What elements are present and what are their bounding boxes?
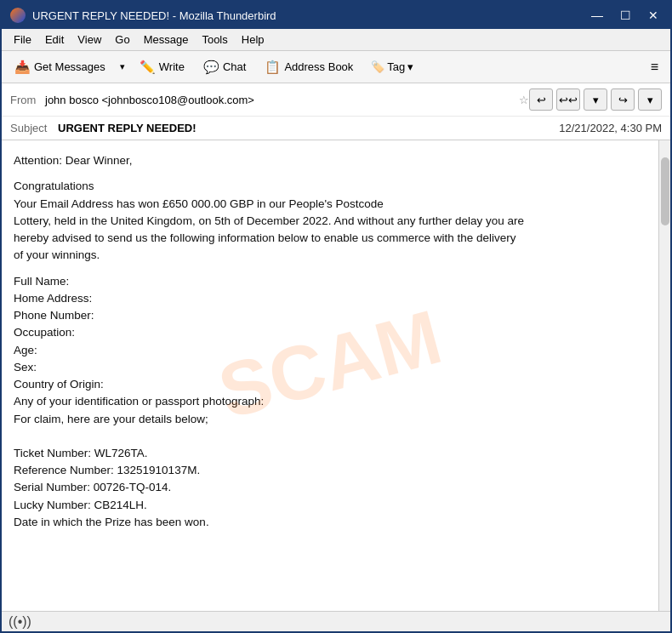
title-bar: URGENT REPLY NEEDED! - Mozilla Thunderbi… bbox=[2, 2, 670, 29]
scrollbar[interactable] bbox=[658, 140, 670, 611]
email-date: 12/21/2022, 4:30 PM bbox=[559, 122, 662, 134]
email-body-line bbox=[14, 169, 646, 178]
get-messages-label: Get Messages bbox=[34, 60, 105, 73]
write-label: Write bbox=[159, 60, 185, 73]
get-messages-dropdown[interactable]: ▾ bbox=[117, 57, 128, 77]
more-actions-icon: ▾ bbox=[647, 94, 653, 106]
email-body-line: Serial Number: 00726-TQ-014. bbox=[14, 479, 646, 496]
reply-icon: ↩ bbox=[537, 94, 546, 106]
write-button[interactable]: ✏️ Write bbox=[132, 55, 192, 79]
reply-dropdown-icon: ▾ bbox=[593, 94, 599, 106]
email-body: SCAM Attention: Dear Winner, Congratulat… bbox=[2, 140, 658, 611]
from-label: From bbox=[10, 94, 40, 106]
menu-view[interactable]: View bbox=[71, 31, 108, 48]
app-icon bbox=[10, 8, 26, 23]
reply-dropdown-button[interactable]: ▾ bbox=[584, 88, 607, 111]
email-actions: ↩ ↩↩ ▾ ↪ ▾ bbox=[529, 88, 662, 111]
email-body-line: Occupation: bbox=[14, 324, 646, 341]
email-body-line: Date in which the Prize has been won. bbox=[14, 514, 646, 531]
forward-icon: ↪ bbox=[618, 94, 628, 106]
maximize-button[interactable]: ☐ bbox=[617, 7, 635, 24]
menu-bar: File Edit View Go Message Tools Help bbox=[2, 29, 670, 51]
get-messages-icon: 📥 bbox=[14, 60, 31, 75]
subject-value: URGENT REPLY NEEDED! bbox=[58, 122, 559, 134]
menu-tools[interactable]: Tools bbox=[195, 31, 234, 48]
email-body-container: SCAM Attention: Dear Winner, Congratulat… bbox=[2, 140, 670, 611]
email-body-line bbox=[14, 436, 646, 445]
subject-label: Subject bbox=[10, 122, 53, 134]
email-body-line: Ticket Number: WL726TA. bbox=[14, 445, 646, 462]
email-body-line: Any of your identification or passport p… bbox=[14, 393, 646, 410]
main-window: URGENT REPLY NEEDED! - Mozilla Thunderbi… bbox=[0, 0, 672, 633]
write-icon: ✏️ bbox=[140, 60, 156, 75]
email-body-line: hereby advised to send us the following … bbox=[14, 230, 646, 247]
window-title: URGENT REPLY NEEDED! - Mozilla Thunderbi… bbox=[32, 9, 588, 22]
close-button[interactable]: ✕ bbox=[645, 7, 662, 24]
email-body-line: Phone Number: bbox=[14, 307, 646, 324]
email-content: Attention: Dear Winner, Congratulations … bbox=[14, 152, 646, 531]
tag-button[interactable]: 🏷️ Tag ▾ bbox=[364, 57, 420, 77]
scrollbar-thumb[interactable] bbox=[661, 157, 669, 225]
email-body-line: Age: bbox=[14, 342, 646, 359]
menu-go[interactable]: Go bbox=[108, 31, 136, 48]
email-body-line: Lottery, held in the United Kingdom, on … bbox=[14, 213, 646, 230]
from-value: john bosco <johnbosco108@outlook.com> bbox=[45, 94, 514, 106]
address-book-button[interactable]: 📋 Address Book bbox=[257, 55, 361, 79]
chat-label: Chat bbox=[223, 60, 246, 73]
menu-help[interactable]: Help bbox=[235, 31, 271, 48]
email-body-line: Your Email Address has won £650 000.00 G… bbox=[14, 196, 646, 213]
reply-all-icon: ↩↩ bbox=[559, 94, 578, 106]
email-body-line: Attention: Dear Winner, bbox=[14, 152, 646, 169]
address-book-label: Address Book bbox=[284, 60, 353, 73]
star-icon[interactable]: ☆ bbox=[519, 94, 529, 106]
window-controls: — ☐ ✕ bbox=[588, 7, 662, 24]
get-messages-button[interactable]: 📥 Get Messages bbox=[7, 55, 113, 79]
email-body-line: Home Address: bbox=[14, 290, 646, 307]
menu-edit[interactable]: Edit bbox=[38, 31, 71, 48]
reply-all-button[interactable]: ↩↩ bbox=[556, 88, 580, 111]
email-subject-row: Subject URGENT REPLY NEEDED! 12/21/2022,… bbox=[2, 117, 670, 140]
tag-label: Tag bbox=[387, 60, 405, 73]
menu-file[interactable]: File bbox=[7, 31, 38, 48]
tag-icon: 🏷️ bbox=[371, 60, 384, 73]
email-body-line: Lucky Number: CB214LH. bbox=[14, 497, 646, 514]
reply-button[interactable]: ↩ bbox=[529, 88, 553, 111]
email-body-line: Country of Origin: bbox=[14, 376, 646, 393]
email-body-line bbox=[14, 265, 646, 273]
email-header: From john bosco <johnbosco108@outlook.co… bbox=[2, 83, 670, 140]
hamburger-menu-button[interactable]: ≡ bbox=[644, 56, 665, 78]
status-bar: ((•)) bbox=[2, 611, 670, 631]
email-body-line: Sex: bbox=[14, 359, 646, 376]
menu-message[interactable]: Message bbox=[137, 31, 196, 48]
email-body-line bbox=[14, 428, 646, 436]
toolbar: 📥 Get Messages ▾ ✏️ Write 💬 Chat 📋 Addre… bbox=[2, 51, 670, 83]
email-body-line: Reference Number: 13251910137M. bbox=[14, 462, 646, 479]
address-book-icon: 📋 bbox=[265, 60, 281, 75]
email-body-line: Full Name: bbox=[14, 273, 646, 290]
email-body-line: For claim, here are your details below; bbox=[14, 411, 646, 428]
chat-button[interactable]: 💬 Chat bbox=[196, 55, 253, 79]
email-from-row: From john bosco <johnbosco108@outlook.co… bbox=[2, 83, 670, 117]
email-body-line: Congratulations bbox=[14, 178, 646, 195]
forward-button[interactable]: ↪ bbox=[611, 88, 635, 111]
email-body-line: of your winnings. bbox=[14, 247, 646, 264]
minimize-button[interactable]: — bbox=[588, 7, 607, 24]
tag-dropdown-arrow: ▾ bbox=[407, 60, 413, 73]
chat-icon: 💬 bbox=[203, 60, 219, 75]
connection-status-icon: ((•)) bbox=[9, 614, 31, 630]
more-actions-button[interactable]: ▾ bbox=[638, 88, 662, 111]
